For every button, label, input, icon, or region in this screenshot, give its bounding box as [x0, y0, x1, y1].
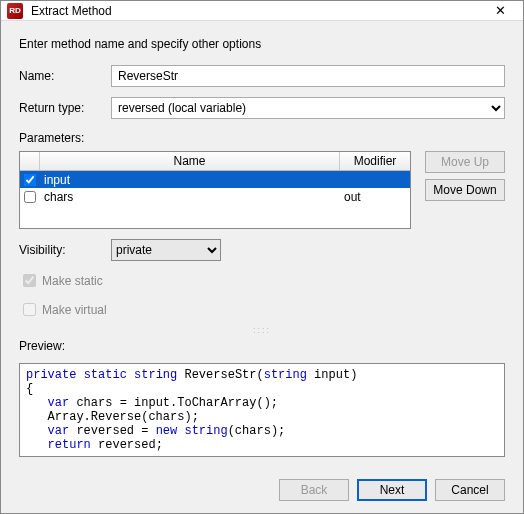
name-row: Name: [19, 65, 505, 87]
visibility-select[interactable]: private [111, 239, 221, 261]
param-modifier: out [340, 190, 410, 204]
window-title: Extract Method [31, 4, 478, 18]
make-virtual-label: Make virtual [42, 303, 107, 317]
name-label: Name: [19, 69, 111, 83]
col-name[interactable]: Name [40, 152, 340, 170]
move-up-button[interactable]: Move Up [425, 151, 505, 173]
make-virtual-checkbox[interactable] [23, 303, 36, 316]
param-checkbox[interactable] [24, 191, 36, 203]
col-modifier[interactable]: Modifier [340, 152, 410, 170]
reorder-controls: Move Up Move Down [425, 151, 505, 229]
close-icon[interactable]: ✕ [478, 1, 523, 20]
table-row[interactable]: chars out [20, 188, 410, 205]
parameters-header: Name Modifier [20, 152, 410, 171]
visibility-row: Visibility: private [19, 239, 505, 261]
param-name: input [40, 173, 340, 187]
title-bar: RD Extract Method ✕ [1, 1, 523, 21]
return-type-row: Return type: reversed (local variable) [19, 97, 505, 119]
back-button[interactable]: Back [279, 479, 349, 501]
preview-label: Preview: [19, 339, 505, 353]
param-name: chars [40, 190, 340, 204]
visibility-label: Visibility: [19, 243, 111, 257]
app-icon: RD [7, 3, 23, 19]
name-input[interactable] [111, 65, 505, 87]
parameters-label: Parameters: [19, 131, 505, 145]
resize-grip-icon[interactable]: :::: [247, 325, 277, 333]
make-virtual-row: Make virtual [19, 300, 505, 319]
parameters-table[interactable]: Name Modifier input chars out [19, 151, 411, 229]
table-row[interactable]: input [20, 171, 410, 188]
dialog-body: Enter method name and specify other opti… [1, 21, 523, 467]
dialog-footer: Back Next Cancel [1, 467, 523, 513]
move-down-button[interactable]: Move Down [425, 179, 505, 201]
make-static-row: Make static [19, 271, 505, 290]
cancel-button[interactable]: Cancel [435, 479, 505, 501]
next-button[interactable]: Next [357, 479, 427, 501]
return-type-select[interactable]: reversed (local variable) [111, 97, 505, 119]
make-static-label: Make static [42, 274, 103, 288]
return-type-label: Return type: [19, 101, 111, 115]
make-static-checkbox[interactable] [23, 274, 36, 287]
dialog-subtitle: Enter method name and specify other opti… [19, 37, 505, 51]
preview-pane: private static string ReverseStr(string … [19, 363, 505, 457]
param-checkbox[interactable] [24, 174, 36, 186]
